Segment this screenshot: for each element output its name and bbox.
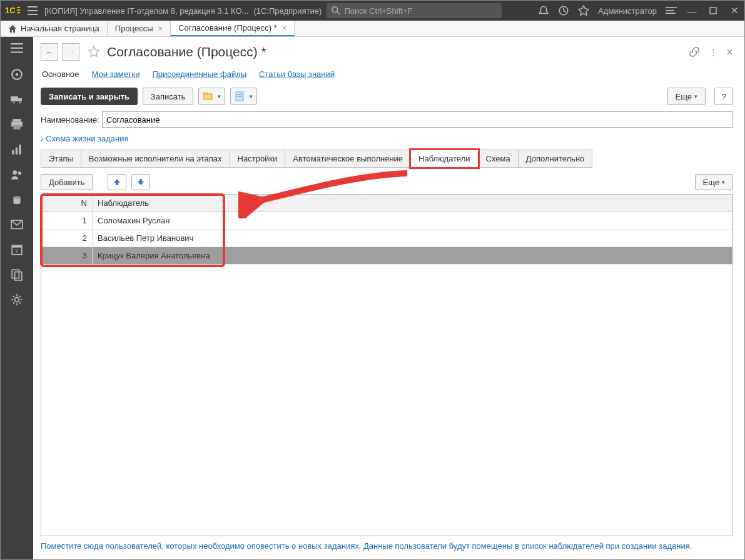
nav-back-button[interactable]: ← <box>41 43 58 61</box>
global-search-input[interactable]: Поиск Ctrl+Shift+F <box>327 3 502 18</box>
svg-rect-10 <box>666 7 677 8</box>
rail-truck-icon[interactable] <box>11 93 23 106</box>
svg-rect-2 <box>17 9 20 11</box>
help-button[interactable]: ? <box>714 88 733 105</box>
table-row[interactable]: 1Соломахин Руслан <box>41 212 732 230</box>
inner-tab-1[interactable]: Возможные исполнители на этапах <box>81 150 230 168</box>
rail-money-icon[interactable] <box>11 193 23 206</box>
svg-rect-4 <box>28 6 38 8</box>
rail-chart-icon[interactable] <box>11 143 23 156</box>
kebab-menu-icon[interactable]: ⋮ <box>709 48 717 57</box>
svg-rect-23 <box>13 119 21 121</box>
tab-close-icon[interactable]: × <box>282 23 287 33</box>
star-icon[interactable] <box>578 5 589 16</box>
navlink-2[interactable]: Присоединенные файлы <box>153 69 247 79</box>
svg-rect-16 <box>11 51 23 53</box>
search-placeholder: Поиск Ctrl+Shift+F <box>344 6 412 16</box>
tab-начальная-страница[interactable]: Начальная страница <box>1 21 108 36</box>
table-more-button[interactable]: Еще▾ <box>695 174 733 190</box>
svg-point-30 <box>18 171 22 175</box>
svg-rect-1 <box>17 7 20 8</box>
svg-rect-26 <box>12 150 14 155</box>
rail-mail-icon[interactable] <box>11 218 23 231</box>
svg-rect-6 <box>28 14 38 15</box>
svg-rect-15 <box>11 48 23 49</box>
svg-point-21 <box>13 101 15 104</box>
svg-rect-40 <box>203 93 207 94</box>
settings-lines-icon[interactable] <box>666 5 677 16</box>
inner-tab-0[interactable]: Этапы <box>41 150 81 168</box>
rail-users-icon[interactable] <box>11 168 23 181</box>
history-icon[interactable] <box>558 5 569 16</box>
tab-strip: Начальная страницаПроцессы×Согласование … <box>1 21 744 37</box>
tab-close-icon[interactable]: × <box>158 24 163 33</box>
svg-point-18 <box>16 73 18 76</box>
window-title: [КОПИЯ] Управление IT-отделом 8, редакци… <box>39 6 253 16</box>
close-window-button[interactable]: ✕ <box>728 4 741 17</box>
inner-tab-bar: ЭтапыВозможные исполнители на этапахНаст… <box>41 150 733 168</box>
svg-rect-34 <box>12 245 22 247</box>
side-rail: 7 <box>1 37 33 559</box>
svg-text:1С: 1С <box>5 6 16 15</box>
rail-menu-icon[interactable] <box>11 43 23 56</box>
navlink-0[interactable]: Основное <box>42 69 79 79</box>
svg-rect-42 <box>237 94 242 95</box>
inner-tab-5[interactable]: Схема <box>478 150 519 168</box>
navlink-1[interactable]: Мои заметки <box>92 69 140 79</box>
svg-text:7: 7 <box>15 248 18 255</box>
svg-rect-43 <box>237 96 242 97</box>
report-dropdown-button[interactable]: ▾ <box>230 88 257 105</box>
app-logo: 1С <box>1 5 26 16</box>
inner-tab-3[interactable]: Автоматическое выполнение <box>285 150 411 168</box>
rail-calendar-icon[interactable]: 7 <box>11 243 23 256</box>
observers-table: N Наблюдатель 1Соломахин Руслан2Васильев… <box>41 194 733 536</box>
tab-процессы[interactable]: Процессы× <box>108 21 171 36</box>
minimize-button[interactable]: — <box>686 4 698 17</box>
svg-rect-37 <box>15 272 22 280</box>
move-down-button[interactable] <box>131 174 150 190</box>
svg-point-29 <box>13 170 17 175</box>
add-button[interactable]: Добавить <box>41 174 93 190</box>
rail-gear-icon[interactable] <box>11 293 23 306</box>
name-label: Наименование: <box>41 115 102 125</box>
navlink-3[interactable]: Статьи базы знаний <box>259 69 335 79</box>
col-header-n[interactable]: N <box>41 195 93 211</box>
svg-rect-36 <box>12 270 19 278</box>
svg-rect-3 <box>17 13 20 14</box>
inner-tab-4[interactable]: Наблюдатели <box>410 150 479 168</box>
nav-forward-button[interactable]: → <box>62 43 79 61</box>
rail-target-icon[interactable] <box>11 68 23 81</box>
svg-point-22 <box>19 101 21 104</box>
name-input[interactable] <box>102 111 733 128</box>
svg-rect-20 <box>18 98 22 101</box>
save-button[interactable]: Записать <box>143 88 194 105</box>
inner-tab-2[interactable]: Настройки <box>230 150 286 168</box>
move-up-button[interactable] <box>108 174 126 190</box>
tab-согласование-(процесс)-*[interactable]: Согласование (Процесс) *× <box>171 21 295 36</box>
table-row[interactable]: 2Васильев Петр Иванович <box>41 230 732 247</box>
col-header-observer[interactable]: Наблюдатель <box>93 195 732 211</box>
svg-point-7 <box>332 7 338 13</box>
bell-icon[interactable] <box>538 5 549 16</box>
maximize-button[interactable] <box>707 4 719 17</box>
table-body[interactable]: 1Соломахин Руслан2Васильев Петр Иванович… <box>41 212 732 536</box>
inner-tab-6[interactable]: Дополнительно <box>518 150 593 168</box>
current-user[interactable]: Администратор <box>598 6 657 16</box>
table-row[interactable]: 3Крицук Валерия Анатольевна <box>41 247 732 265</box>
favorite-star-icon[interactable] <box>87 45 101 59</box>
folder-dropdown-button[interactable]: ▾ <box>198 88 225 105</box>
svg-rect-28 <box>19 145 21 155</box>
close-page-button[interactable]: ✕ <box>726 48 733 57</box>
svg-rect-12 <box>666 13 676 14</box>
main-menu-icon[interactable] <box>26 1 39 21</box>
more-button[interactable]: Еще▾ <box>667 88 706 105</box>
save-and-close-button[interactable]: Записать и закрыть <box>41 88 138 105</box>
link-icon[interactable] <box>688 46 701 58</box>
svg-rect-27 <box>16 148 18 155</box>
page-title: Согласование (Процесс) * <box>107 44 266 59</box>
life-scheme-link[interactable]: ›Схема жизни задания <box>41 134 733 143</box>
rail-copy-icon[interactable] <box>11 268 23 281</box>
rail-print-icon[interactable] <box>11 118 23 131</box>
svg-rect-19 <box>11 96 18 101</box>
svg-rect-5 <box>28 10 38 11</box>
